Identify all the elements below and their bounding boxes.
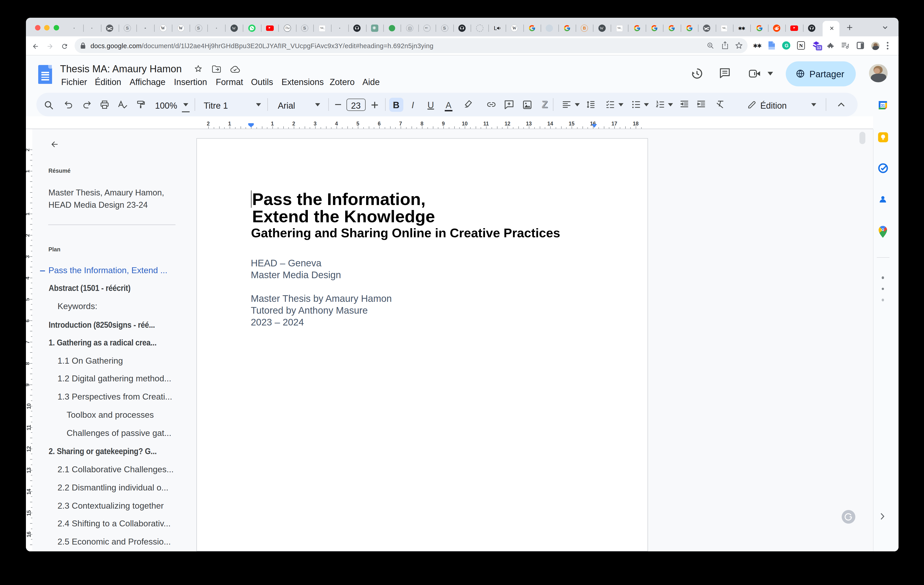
svg-text:31: 31	[881, 104, 885, 107]
